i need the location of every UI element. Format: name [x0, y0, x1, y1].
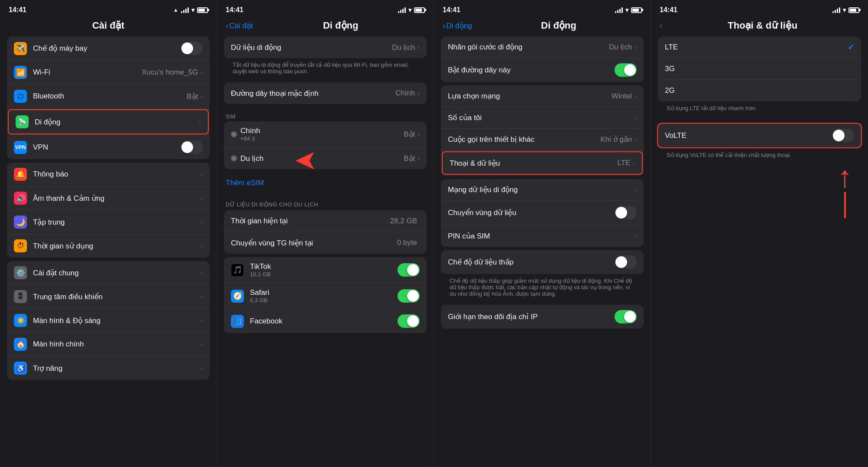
- status-icons-4: ▾: [832, 7, 859, 13]
- 3g-label: 3G: [665, 65, 854, 73]
- sim-du-lich-name: Du lịch: [240, 154, 404, 163]
- item-pin-sim[interactable]: PIN của SIM ›: [441, 225, 644, 247]
- accessibility-label: Trợ năng: [33, 364, 201, 373]
- tiktok-size: 10,1 GB: [250, 271, 398, 278]
- item-gioi-han[interactable]: Giới hạn theo dõi địa chỉ IP: [441, 305, 644, 329]
- gioi-han-toggle[interactable]: [615, 310, 637, 323]
- du-lieu-thap-toggle[interactable]: [615, 255, 637, 269]
- panel-di-dong-detail: 14:41 ▾ ‹ Di động Di động Nhãn gói cước …: [434, 0, 651, 467]
- item-accessibility[interactable]: ♿ Trợ năng ›: [7, 356, 210, 380]
- page-title-row-2: ‹ Cài đặt Di động: [217, 16, 434, 36]
- back-label-2: Cài đặt: [229, 21, 253, 30]
- item-vpn[interactable]: VPN VPN: [7, 135, 210, 159]
- time-1: 14:41: [9, 6, 26, 14]
- home-screen-chevron: ›: [201, 341, 203, 348]
- item-notifications[interactable]: 🔔 Thông báo ›: [7, 163, 210, 186]
- item-safari[interactable]: 🧭 Safari 6,3 GB: [224, 283, 427, 309]
- sim-du-lich-value: Bật: [404, 154, 415, 163]
- item-du-lieu-di-dong[interactable]: Dữ liệu di động Du lịch ›: [224, 36, 427, 58]
- accessibility-chevron: ›: [201, 365, 203, 372]
- chuyen-vung-dl-toggle[interactable]: [615, 206, 637, 219]
- lua-chon-label: Lựa chọn mạng: [448, 91, 612, 101]
- item-tiktok[interactable]: 🎵 TikTok 10,1 GB: [224, 257, 427, 283]
- item-bluetooth[interactable]: ⬡ Bluetooth Bật ›: [7, 85, 210, 108]
- pin-sim-label: PIN của SIM: [448, 232, 635, 241]
- cuoc-goi-label: Cuộc gọi trên thiết bị khác: [448, 135, 600, 144]
- item-thoai-du-lieu[interactable]: Thoại & dữ liệu LTE ›: [443, 152, 642, 174]
- status-bar-1: 14:41 ▲ ▾: [0, 0, 217, 16]
- focus-chevron: ›: [201, 219, 203, 225]
- focus-icon: 🌙: [14, 216, 27, 229]
- sim-section-label: SIM: [217, 108, 434, 121]
- item-duong-day[interactable]: Đường dây thoại mặc định Chính ›: [224, 82, 427, 104]
- item-so-cua-toi[interactable]: Số của tôi ›: [441, 107, 644, 129]
- du-lieu-label: Dữ liệu di động: [231, 43, 392, 52]
- item-airplane-mode[interactable]: ✈️ Chế độ máy bay: [7, 36, 210, 61]
- display-icon: ☀️: [14, 314, 27, 327]
- chuyen-vung-dl-label: Chuyển vùng dữ liệu: [448, 208, 615, 217]
- facebook-icon: 📘: [231, 315, 244, 328]
- item-chuyen-vung-dl[interactable]: Chuyển vùng dữ liệu: [441, 201, 644, 225]
- airplane-toggle[interactable]: [181, 42, 203, 55]
- item-bat-duong-day[interactable]: Bật đường dây này: [441, 58, 644, 82]
- battery-icon-2: [414, 7, 425, 13]
- thoi-gian-value: 28,2 GB: [390, 217, 417, 225]
- item-lua-chon-mang[interactable]: Lựa chọn mạng Wintel ›: [441, 85, 644, 107]
- duong-day-chevron: ›: [418, 90, 420, 97]
- panel-settings: 14:41 ▲ ▾ Cài đặt ✈️ Chế độ máy bay 📶 Wi…: [0, 0, 217, 467]
- item-du-lieu-thap[interactable]: Chế độ dữ liệu thấp: [441, 250, 644, 274]
- tiktok-icon: 🎵: [231, 264, 244, 277]
- up-arrow-container: ↑: [658, 166, 861, 218]
- control-center-label: Trung tâm điều khiển: [33, 292, 201, 301]
- bat-duong-day-toggle[interactable]: [615, 63, 637, 77]
- item-sim-du-lich[interactable]: ▪ Du lịch Bật ›: [224, 147, 427, 169]
- item-sound[interactable]: 🔊 Âm thanh & Cảm ứng ›: [7, 186, 210, 210]
- page-title-row-1: Cài đặt: [0, 16, 217, 36]
- battery-icon-3: [631, 7, 642, 13]
- screen-time-icon: ⏱: [14, 239, 27, 252]
- item-mang-du-lieu[interactable]: Mạng dữ liệu di động ›: [441, 179, 644, 201]
- item-2g[interactable]: 2G: [658, 80, 861, 101]
- back-button-2[interactable]: ‹ Cài đặt: [226, 21, 253, 30]
- di-dong-icon: 📡: [16, 115, 29, 128]
- di-dong-label: Di động: [35, 118, 199, 127]
- group-p3-3: Mạng dữ liệu di động › Chuyển vùng dữ li…: [441, 179, 644, 247]
- control-center-chevron: ›: [201, 293, 203, 300]
- item-cuoc-goi-thiet-bi[interactable]: Cuộc gọi trên thiết bị khác Khi ở gần ›: [441, 129, 644, 150]
- item-control-center[interactable]: 🎛 Trung tâm điều khiển ›: [7, 285, 210, 309]
- item-display[interactable]: ☀️ Màn hình & Độ sáng ›: [7, 309, 210, 333]
- battery-icon-4: [848, 7, 859, 13]
- esim-button[interactable]: Thêm eSIM: [217, 173, 434, 193]
- item-volte[interactable]: VoLTE: [658, 124, 861, 147]
- item-facebook[interactable]: 📘 Facebook: [224, 309, 427, 333]
- item-lte[interactable]: LTE ✓: [658, 36, 861, 58]
- facebook-toggle[interactable]: [398, 314, 420, 328]
- item-di-dong[interactable]: 📡 Di động ›: [8, 109, 209, 134]
- item-general[interactable]: ⚙️ Cài đặt chung ›: [7, 261, 210, 285]
- wifi-chevron: ›: [201, 69, 203, 76]
- mang-du-lieu-chevron: ›: [635, 186, 637, 193]
- group-network-type: LTE ✓ 3G 2G: [658, 36, 861, 101]
- du-lieu-value: Du lịch: [392, 43, 415, 52]
- group-p3-1: Nhãn gói cước di động Du lịch › Bật đườn…: [441, 36, 644, 82]
- volte-toggle[interactable]: [832, 129, 854, 142]
- vpn-toggle[interactable]: [181, 140, 203, 154]
- location-icon: ▲: [173, 7, 178, 13]
- item-nhan-goi-cuoc[interactable]: Nhãn gói cước di động Du lịch ›: [441, 36, 644, 58]
- display-chevron: ›: [201, 317, 203, 324]
- so-cua-toi-label: Số của tôi: [448, 113, 635, 122]
- back-button-4[interactable]: ‹: [660, 21, 662, 30]
- group-p3-5: Giới hạn theo dõi địa chỉ IP: [441, 305, 644, 329]
- back-button-3[interactable]: ‹ Di động: [443, 21, 472, 30]
- display-label: Màn hình & Độ sáng: [33, 316, 201, 325]
- tiktok-toggle[interactable]: [398, 263, 420, 277]
- sim-chinh-chevron: ›: [418, 131, 420, 138]
- item-sim-chinh[interactable]: ▪ Chính +84 3 Bật ›: [224, 121, 427, 147]
- item-home-screen[interactable]: 🏠 Màn hình chính ›: [7, 333, 210, 356]
- item-focus[interactable]: 🌙 Tập trung ›: [7, 210, 210, 234]
- safari-toggle[interactable]: [398, 289, 420, 303]
- panel-di-dong: 14:41 ▾ ‹ Cài đặt Di động Dữ liệu di độn…: [217, 0, 434, 467]
- item-wifi[interactable]: 📶 Wi-Fi Xucu's home_5G ›: [7, 61, 210, 85]
- item-3g[interactable]: 3G: [658, 58, 861, 80]
- item-screen-time[interactable]: ⏱ Thời gian sử dụng ›: [7, 234, 210, 258]
